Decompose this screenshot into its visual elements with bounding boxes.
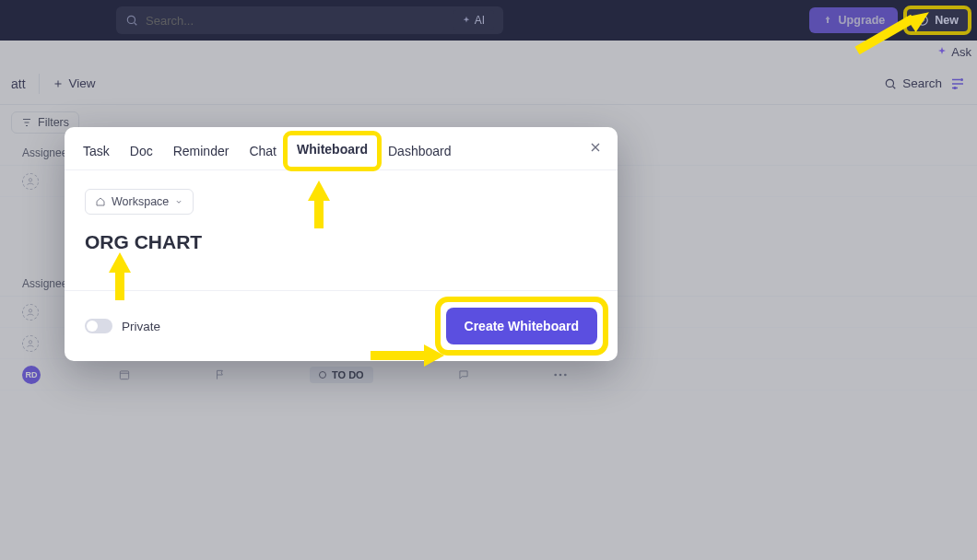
close-icon [588,140,603,155]
close-button[interactable] [588,140,603,158]
workspace-label: Workspace [112,195,169,208]
create-whiteboard-button[interactable]: Create Whiteboard [446,308,597,344]
modal-tabs: Task Doc Reminder Chat Whiteboard Dashbo… [65,127,618,170]
tab-doc[interactable]: Doc [130,138,153,169]
tab-reminder[interactable]: Reminder [173,138,230,169]
create-button-label: Create Whiteboard [465,319,579,333]
tab-whiteboard[interactable]: Whiteboard [297,136,368,169]
workspace-selector[interactable]: Workspace [85,189,194,215]
private-label: Private [122,320,160,333]
tab-dashboard[interactable]: Dashboard [388,138,452,169]
tab-task[interactable]: Task [83,138,110,169]
chevron-down-icon [174,197,183,206]
whiteboard-title-input[interactable] [85,231,597,253]
modal-body: Workspace [65,170,618,290]
private-toggle[interactable] [85,319,112,333]
modal-footer: Private Create Whiteboard [65,290,618,361]
home-icon [95,196,106,207]
create-item-modal: Task Doc Reminder Chat Whiteboard Dashbo… [65,127,618,361]
tab-chat[interactable]: Chat [249,138,277,169]
